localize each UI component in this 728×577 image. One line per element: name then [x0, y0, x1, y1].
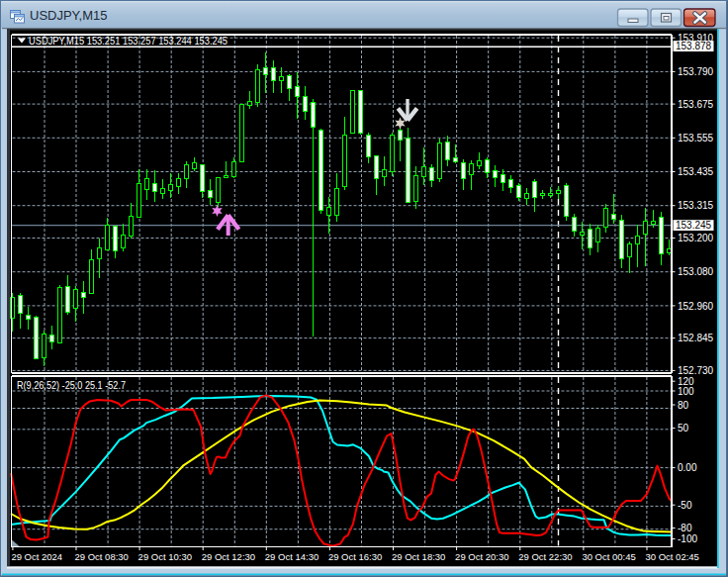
svg-text:152.960: 152.960: [678, 301, 714, 312]
svg-text:153.675: 153.675: [678, 99, 714, 110]
svg-text:50: 50: [678, 423, 689, 433]
svg-text:R(9,26,52) -25.0 25.1 -52.7: R(9,26,52) -25.0 25.1 -52.7: [17, 379, 126, 391]
svg-text:152.845: 152.845: [678, 333, 714, 343]
svg-text:USDJPY,M15: USDJPY,M15: [30, 8, 108, 23]
svg-text:-50: -50: [678, 500, 692, 511]
svg-text:153.435: 153.435: [678, 166, 714, 177]
svg-text:153.200: 153.200: [678, 233, 714, 243]
svg-text:-80: -80: [678, 523, 692, 533]
svg-text:29 Oct 14:30: 29 Oct 14:30: [265, 551, 318, 562]
svg-text:153.245: 153.245: [676, 220, 712, 231]
svg-text:153.080: 153.080: [678, 266, 714, 277]
svg-text:30 Oct 02:45: 30 Oct 02:45: [646, 551, 699, 562]
svg-text:29 Oct 20:30: 29 Oct 20:30: [455, 551, 508, 562]
svg-text:30 Oct 00:45: 30 Oct 00:45: [582, 551, 635, 562]
svg-text:153.878: 153.878: [676, 41, 712, 51]
svg-text:153.790: 153.790: [678, 66, 714, 77]
svg-text:-100: -100: [678, 533, 697, 544]
svg-text:29 Oct 2024: 29 Oct 2024: [11, 551, 62, 562]
svg-text:29 Oct 08:30: 29 Oct 08:30: [75, 551, 129, 562]
svg-text:29 Oct 16:30: 29 Oct 16:30: [328, 551, 382, 562]
svg-text:29 Oct 12:30: 29 Oct 12:30: [202, 551, 255, 562]
svg-text:153.555: 153.555: [678, 133, 714, 144]
svg-text:29 Oct 22:30: 29 Oct 22:30: [518, 551, 572, 562]
svg-text:100: 100: [678, 386, 694, 397]
svg-text:29 Oct 10:30: 29 Oct 10:30: [138, 551, 192, 562]
svg-text:0.00: 0.00: [678, 462, 697, 473]
svg-text:152.730: 152.730: [678, 365, 714, 376]
svg-text:153.315: 153.315: [678, 200, 714, 211]
svg-text:80: 80: [678, 400, 689, 411]
svg-text:29 Oct 18:30: 29 Oct 18:30: [392, 551, 445, 562]
svg-text:USDJPY,M15 153.251 153.257 15: USDJPY,M15 153.251 153.257 153.244 153.2…: [29, 35, 228, 47]
